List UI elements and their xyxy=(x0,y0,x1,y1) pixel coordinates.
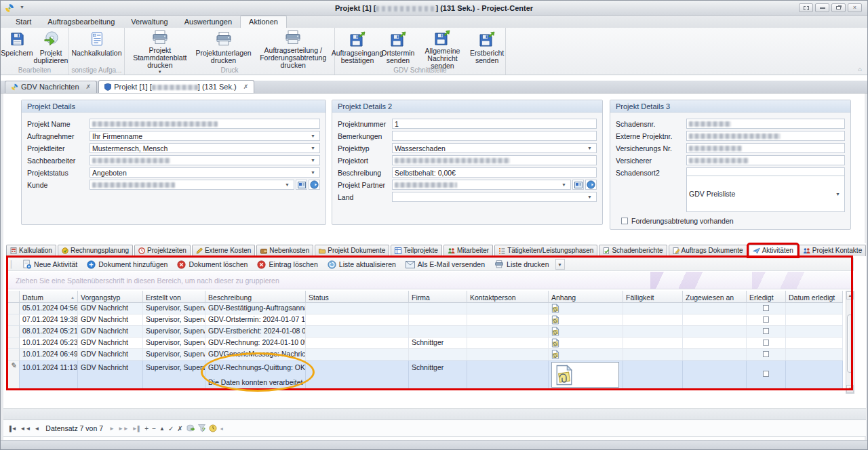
liste-drucken-dropdown-icon[interactable]: ▼ xyxy=(555,259,565,270)
group-by-panel[interactable]: Ziehen Sie eine Spaltenüberschrift in di… xyxy=(6,272,854,289)
tab-projekt-kontakte[interactable]: Projekt Kontakte xyxy=(799,245,866,256)
versicherungs-nr-input[interactable] xyxy=(686,143,845,153)
column-header-erledigt[interactable]: Erledigt xyxy=(747,291,786,303)
auftragnehmer-dropdown[interactable]: Ihr Firmenname▼ xyxy=(90,131,320,141)
anhang-cell[interactable] xyxy=(549,349,623,361)
close-button[interactable]: × xyxy=(848,3,862,12)
partner-open-button[interactable] xyxy=(585,180,597,190)
table-row[interactable]: 07.01.2024 19:38 GDV Nachricht Superviso… xyxy=(7,314,843,326)
projektstatus-dropdown[interactable]: Angeboten▼ xyxy=(90,167,320,178)
tab-taetigkeiten[interactable]: Tätigkeiten/Leistungsphasen xyxy=(494,245,597,256)
stammdatenblatt-drucken-button[interactable]: Projekt Stammdatenblatt drucken ▼ xyxy=(125,29,195,67)
schadensnr-input[interactable] xyxy=(686,119,845,129)
projekt-duplizieren-button[interactable]: Projekt duplizieren xyxy=(33,29,68,67)
kunde-card-button[interactable] xyxy=(296,180,307,190)
anhang-cell[interactable] xyxy=(549,303,623,314)
projekt-name-input[interactable] xyxy=(90,119,320,129)
doc-tab-projekt[interactable]: Projekt [1] [] (131 Sek.) ✗ xyxy=(98,80,254,93)
kunde-open-button[interactable] xyxy=(309,180,320,190)
scrollbar-thumb[interactable] xyxy=(847,314,853,373)
refresh-data-icon[interactable] xyxy=(186,424,195,432)
erledigt-checkbox[interactable] xyxy=(763,340,769,346)
chevron-down-icon[interactable]: ▼ xyxy=(309,168,317,177)
column-header-datum-erledigt[interactable]: Datum erledigt xyxy=(786,291,843,303)
nav-last-icon[interactable]: ►▌ xyxy=(132,426,142,432)
nav-prev-page-icon[interactable]: ◄◄ xyxy=(20,426,31,432)
nav-edit-icon[interactable]: ▲ xyxy=(159,426,165,432)
column-header-datum[interactable]: Datum▲ xyxy=(20,291,78,303)
nav-prev-icon[interactable]: ◄ xyxy=(34,426,39,432)
tab-aktivitaeten[interactable]: Aktivitäten xyxy=(749,245,797,256)
table-row-selected[interactable]: ✎ 10.01.2024 11:13 GDV Nachricht Supervi… xyxy=(7,361,843,390)
table-row[interactable]: 05.01.2024 04:56 GDV Nachricht Superviso… xyxy=(7,303,843,314)
table-row[interactable]: 10.01.2024 06:49 GDV Nachricht Superviso… xyxy=(7,349,843,361)
ribbon-tab-auftragsbearbeitung[interactable]: Auftragsbearbeitung xyxy=(39,16,123,28)
standard-preisliste-dropdown[interactable]: GDV Preisliste ▼ xyxy=(686,176,845,212)
column-header-vorgangstyp[interactable]: Vorgangstyp xyxy=(78,291,143,303)
tab-schadenberichte[interactable]: Schadenberichte xyxy=(599,245,667,256)
scroll-up-icon[interactable]: ▲ xyxy=(846,291,854,300)
nav-delete-icon[interactable]: − xyxy=(152,425,156,432)
tab-projektzeiten[interactable]: Projektzeiten xyxy=(134,245,191,256)
restore-button[interactable] xyxy=(831,3,846,12)
auftragserteilung-drucken-button[interactable]: Auftragserteilung / Forderungsabtretung … xyxy=(252,29,334,67)
neue-aktivitaet-button[interactable]: Neue Aktivität xyxy=(19,258,81,270)
column-header-erstellt-von[interactable]: Erstellt von xyxy=(143,291,205,303)
chevron-down-icon[interactable]: ▼ xyxy=(283,180,292,189)
minimize-button[interactable] xyxy=(815,3,829,12)
projekt-partner-lookup[interactable]: ▼ xyxy=(392,180,571,190)
tab-projekt-dokumente[interactable]: Projekt Dokumente xyxy=(315,245,389,256)
erledigt-checkbox[interactable] xyxy=(763,371,769,377)
ribbon-tab-verwaltung[interactable]: Verwaltung xyxy=(123,16,176,28)
chevron-down-icon[interactable]: ▼ xyxy=(309,156,317,165)
table-row[interactable]: 08.01.2024 05:21 GDV Nachricht Superviso… xyxy=(7,326,843,338)
land-dropdown[interactable]: ▼ xyxy=(392,192,597,202)
anhang-cell[interactable] xyxy=(549,326,623,338)
tab-teilprojekte[interactable]: Teilprojekte xyxy=(391,245,442,256)
ribbon-tab-auswertungen[interactable]: Auswertungen xyxy=(176,16,240,28)
bemerkungen-input[interactable] xyxy=(392,131,597,141)
pin-window-button[interactable] xyxy=(799,3,813,12)
nav-append-icon[interactable]: + xyxy=(144,425,149,432)
column-header-firma[interactable]: Firma xyxy=(409,291,467,303)
erledigt-checkbox[interactable] xyxy=(763,305,769,311)
column-header-zugewiesen-an[interactable]: Zugewiesen an xyxy=(683,291,747,303)
vertical-scrollbar[interactable]: ▲ ▼ xyxy=(846,291,854,394)
tab-auftrags-dokumente[interactable]: Auftrags Dokumente xyxy=(669,245,747,256)
filter-icon[interactable]: ? xyxy=(198,424,205,432)
close-tab-icon[interactable]: ✗ xyxy=(86,83,92,90)
ribbon-collapse-icon[interactable]: ⌂ xyxy=(859,66,862,73)
auftragseingang-bestaetigen-button[interactable]: Auftragseingang bestätigen xyxy=(335,29,380,67)
externe-projektnr-input[interactable] xyxy=(686,131,845,141)
nav-first-icon[interactable]: ▐◄ xyxy=(7,426,17,432)
erledigt-checkbox[interactable] xyxy=(763,328,769,334)
liste-aktualisieren-button[interactable]: Liste aktualisieren xyxy=(324,258,399,270)
ribbon-tab-aktionen[interactable]: Aktionen xyxy=(240,16,287,28)
allgemeine-nachricht-senden-button[interactable]: Allgemeine Nachricht senden xyxy=(416,29,469,67)
history-clock-icon[interactable] xyxy=(209,424,217,432)
column-header-kontaktperson[interactable]: Kontaktperson xyxy=(467,291,549,303)
dokument-hinzufuegen-button[interactable]: Dokument hinzufügen xyxy=(83,258,171,270)
partner-card-button[interactable] xyxy=(572,180,584,190)
close-tab-icon[interactable]: ✗ xyxy=(243,83,249,90)
forderungsabtretung-checkbox[interactable] xyxy=(621,218,628,224)
nav-next-page-icon[interactable]: ►► xyxy=(118,426,129,432)
chevron-down-icon[interactable]: ▼ xyxy=(309,144,317,152)
erledigt-checkbox[interactable] xyxy=(763,316,769,323)
kunde-lookup[interactable]: ▼ xyxy=(90,180,294,190)
tab-rechnungsplanung[interactable]: Rechnungsplanung xyxy=(58,245,133,256)
projektnummer-input[interactable]: 1 xyxy=(392,119,597,129)
anhang-cell[interactable] xyxy=(549,314,623,326)
tab-kalkulation[interactable]: Kalkulation xyxy=(6,245,56,256)
tab-externe-kosten[interactable]: Externe Kosten xyxy=(192,245,255,256)
chevron-down-icon[interactable]: ▼ xyxy=(833,190,842,199)
sachbearbeiter-dropdown[interactable]: ▼ xyxy=(90,155,320,165)
anhang-cell[interactable] xyxy=(549,338,623,349)
attachment-preview[interactable] xyxy=(551,362,619,388)
column-header-anhang[interactable]: Anhang xyxy=(549,291,623,303)
projektleiter-dropdown[interactable]: Mustermensch, Mensch▼ xyxy=(90,143,320,153)
scroll-down-icon[interactable]: ▼ xyxy=(846,385,854,393)
ortstermin-senden-button[interactable]: Ortstermin senden xyxy=(380,29,416,67)
anhang-cell[interactable] xyxy=(549,361,623,390)
projekttyp-dropdown[interactable]: Wasserschaden▼ xyxy=(392,143,597,153)
